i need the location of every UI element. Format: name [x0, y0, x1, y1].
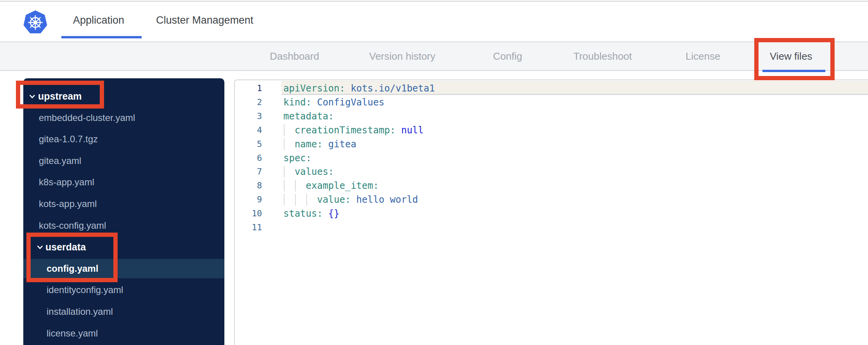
tree-file-identityconfig.yaml[interactable]: identityconfig.yaml [23, 280, 224, 300]
code-text: example_item: [283, 179, 379, 193]
tree-row-label: config.yaml [47, 259, 98, 278]
code-line-10: 10status: {} [235, 207, 868, 221]
code-text: value: hello world [283, 193, 418, 207]
subnav-item-config[interactable]: Config [493, 42, 522, 70]
tree-folder-userdata[interactable]: userdata [23, 237, 224, 257]
subnav-item-view-files[interactable]: View files [770, 42, 812, 70]
view-files-active-underline [762, 70, 825, 72]
tree-row-label: k8s-app.yaml [39, 172, 94, 192]
tree-file-embedded-cluster.yaml[interactable]: embedded-cluster.yaml [23, 108, 224, 128]
tree-file-gitea.yaml[interactable]: gitea.yaml [23, 151, 224, 171]
tree-file-kots-app.yaml[interactable]: kots-app.yaml [23, 194, 224, 214]
code-line-6: 6spec: [235, 151, 868, 165]
tree-folder-upstream[interactable]: upstream [23, 86, 224, 106]
window-top-border [0, 1, 868, 2]
app-subnav: DashboardVersion historyConfigTroublesho… [0, 41, 868, 71]
code-line-5: 5 name: gitea [235, 137, 868, 151]
tree-row-label: gitea-1.0.7.tgz [39, 129, 98, 149]
app-header: Application Cluster Management [0, 0, 868, 41]
line-number: 5 [235, 137, 262, 151]
yaml-editor[interactable]: 1apiVersion: kots.io/v1beta12kind: Confi… [234, 79, 868, 345]
code-text: metadata: [283, 109, 334, 123]
active-tab-underline [61, 36, 142, 38]
code-text: kind: ConfigValues [283, 95, 384, 109]
code-line-11: 11 [235, 221, 868, 235]
code-text: status: {} [283, 207, 340, 221]
tree-row-label: kots-app.yaml [39, 194, 97, 214]
kots-admin-console: Application Cluster Management Dashboard… [0, 0, 868, 345]
tree-row-label: gitea.yaml [39, 151, 81, 171]
tree-file-gitea-1.0.7.tgz[interactable]: gitea-1.0.7.tgz [23, 129, 224, 149]
code-line-1: 1apiVersion: kots.io/v1beta1 [235, 81, 868, 95]
tree-row-label: license.yaml [47, 324, 98, 343]
tab-cluster-management[interactable]: Cluster Management [156, 0, 253, 41]
subnav-item-license[interactable]: License [686, 42, 720, 70]
line-number: 3 [235, 109, 262, 123]
file-tree-panel: upstreamembedded-cluster.yamlgitea-1.0.7… [23, 78, 224, 345]
tree-row-label: embedded-cluster.yaml [39, 108, 135, 128]
line-number: 10 [235, 207, 262, 221]
code-text: creationTimestamp: null [283, 123, 424, 137]
line-number: 7 [235, 165, 262, 179]
chevron-down-icon [36, 243, 44, 252]
tree-row-label: upstream [38, 86, 82, 106]
kubernetes-logo-icon [23, 10, 47, 34]
code-line-4: 4 creationTimestamp: null [235, 123, 868, 137]
tab-application[interactable]: Application [73, 0, 124, 41]
tree-file-config.yaml[interactable]: config.yaml [23, 259, 224, 278]
subnav-item-version-history[interactable]: Version history [369, 42, 436, 70]
line-number: 6 [235, 151, 262, 165]
subnav-item-troubleshoot[interactable]: Troubleshoot [573, 42, 632, 70]
code-line-8: 8 example_item: [235, 179, 868, 193]
code-line-3: 3metadata: [235, 109, 868, 123]
line-number: 1 [235, 81, 262, 95]
line-number: 2 [235, 95, 262, 109]
tree-file-kots-config.yaml[interactable]: kots-config.yaml [23, 216, 224, 235]
code-text: apiVersion: kots.io/v1beta1 [283, 81, 435, 95]
tree-row-label: identityconfig.yaml [47, 280, 123, 300]
code-text: values: [283, 165, 334, 179]
tree-file-installation.yaml[interactable]: installation.yaml [23, 302, 224, 321]
line-number: 11 [235, 221, 262, 235]
tree-row-label: kots-config.yaml [39, 216, 106, 235]
chevron-down-icon [28, 92, 36, 101]
code-line-7: 7 values: [235, 165, 868, 179]
subnav-item-dashboard[interactable]: Dashboard [270, 42, 319, 70]
line-number: 8 [235, 179, 262, 193]
line-number: 4 [235, 123, 262, 137]
tree-row-label: installation.yaml [47, 302, 113, 321]
tree-row-label: userdata [45, 237, 86, 257]
code-text: name: gitea [283, 137, 356, 151]
code-line-9: 9 value: hello world [235, 193, 868, 207]
code-text: spec: [283, 151, 311, 165]
line-number: 9 [235, 193, 262, 207]
tree-file-k8s-app.yaml[interactable]: k8s-app.yaml [23, 172, 224, 192]
code-line-2: 2kind: ConfigValues [235, 95, 868, 109]
tree-file-license.yaml[interactable]: license.yaml [23, 324, 224, 343]
